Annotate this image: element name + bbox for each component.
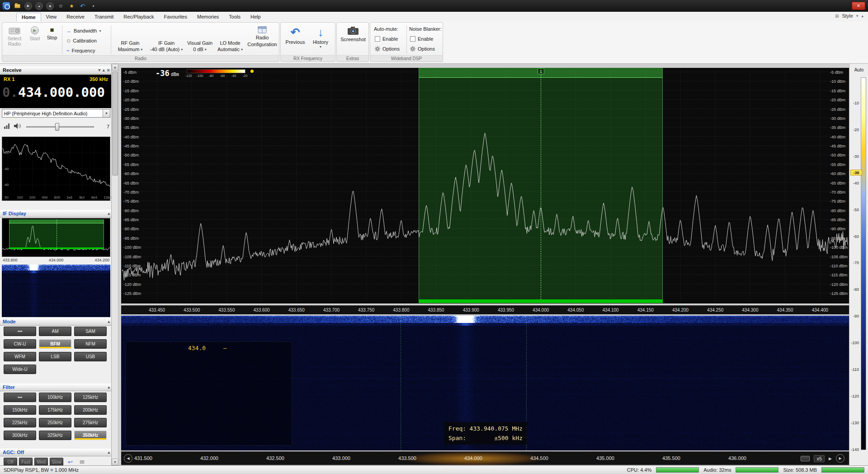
tab-view[interactable]: View — [41, 13, 62, 21]
tab-receive[interactable]: Receive — [61, 13, 90, 21]
if-spectrum-display[interactable] — [2, 218, 110, 257]
scroll-right-button[interactable]: ▶ — [836, 454, 844, 463]
filter-button-250khz[interactable]: 250kHz — [39, 418, 71, 427]
undo-icon[interactable]: ↶ — [79, 2, 86, 10]
lo-mode-button[interactable]: LO Mode Automatic▾ — [216, 25, 245, 54]
collapse-icon[interactable]: ▴ — [108, 449, 110, 456]
filter-button-175khz[interactable]: 175kHz — [39, 405, 71, 415]
spectrum-panel[interactable]: 1 -36dBm -120-100-80-60-40-20 -5 dBm-5 d… — [121, 68, 849, 303]
tab-memories[interactable]: Memories — [192, 13, 224, 21]
mode-button-wfm[interactable]: WFM — [4, 352, 36, 361]
screenshot-button[interactable]: Screenshot — [339, 24, 368, 56]
rf-gain-button[interactable]: RF Gain Maximum▾ — [113, 25, 147, 54]
mode-button-nfm[interactable]: NFM — [74, 339, 107, 349]
visual-gain-button[interactable]: Visual Gain 0 dB▾ — [185, 25, 215, 54]
radio-configuration-button[interactable]: Radio Configuration — [245, 24, 279, 56]
stop-icon[interactable]: ■ — [46, 2, 54, 10]
agc-button-fast[interactable]: Fast — [19, 458, 33, 465]
levels-icon[interactable] — [4, 123, 10, 131]
checkbox-icon[interactable] — [410, 36, 415, 42]
waterfall[interactable]: 434.0 – Freq:433.940.075 MHz Span:±500 k… — [121, 316, 849, 450]
collapse-icon[interactable]: ▴ — [108, 210, 110, 217]
automute-enable-checkbox[interactable]: Enable — [373, 34, 400, 43]
record-icon[interactable]: ● — [35, 2, 43, 10]
folder-icon[interactable] — [14, 2, 21, 10]
undo-icon[interactable]: ↩ — [68, 459, 73, 465]
filter-button-325khz[interactable]: 325kHz — [39, 431, 71, 440]
style-icon[interactable]: ▤ — [835, 14, 839, 18]
history-button[interactable]: ↓ History ▾ — [309, 24, 332, 56]
zoom-button[interactable]: x5 — [814, 455, 825, 462]
agc-section-header[interactable]: AGC: Off ▴ — [0, 449, 112, 456]
collapse-ribbon-icon[interactable]: ▴ — [861, 14, 863, 18]
mode-button-sam[interactable]: SAM — [74, 327, 107, 336]
audio-device-select[interactable]: HP (Périphérique High Definition Audio) … — [2, 109, 110, 118]
filter-section-header[interactable]: Filter ▴ — [0, 384, 112, 391]
filter-button-200khz[interactable]: 200kHz — [74, 405, 107, 415]
agc-button-slow[interactable]: Slow — [50, 458, 63, 465]
volume-slider-thumb[interactable] — [55, 123, 59, 131]
volume-slider[interactable] — [26, 123, 94, 131]
select-radio-button[interactable]: Select Radio — [4, 24, 25, 56]
scroll-down-button[interactable]: ▼ — [112, 459, 118, 465]
mode-button-lsb[interactable]: LSB — [39, 352, 71, 361]
noise-blanker-enable-checkbox[interactable]: Enable — [408, 34, 435, 43]
style-button[interactable]: Style — [842, 13, 853, 19]
filter-button-[interactable]: ••• — [4, 393, 36, 402]
star-icon[interactable]: ★ — [68, 2, 75, 10]
filter-button-300khz[interactable]: 300kHz — [4, 431, 36, 440]
if-waterfall[interactable] — [2, 265, 110, 317]
checkbox-icon[interactable] — [375, 36, 380, 42]
star-outline-icon[interactable]: ☆ — [57, 2, 65, 10]
panel-scrollbar[interactable]: ▲ ▼ — [112, 64, 118, 465]
play-icon[interactable]: ▶ — [24, 2, 32, 10]
previous-frequency-button[interactable]: ↶ Previous — [283, 24, 307, 56]
mode-button-[interactable]: ••• — [4, 327, 36, 336]
filter-button-350khz[interactable]: 350kHz — [74, 431, 107, 440]
level-marker[interactable]: -36 — [850, 170, 862, 175]
if-display-header[interactable]: IF Display ▴ — [0, 210, 112, 218]
stop-button[interactable]: ■ Stop — [44, 24, 60, 56]
mode-button-wideu[interactable]: Wide-U — [4, 365, 36, 374]
start-button[interactable]: ▶ Start — [27, 24, 43, 56]
close-icon[interactable]: × — [107, 67, 110, 74]
mode-button-usb[interactable]: USB — [74, 352, 107, 361]
chevron-down-icon[interactable]: ▾ — [90, 2, 97, 10]
receive-panel-header[interactable]: Receive ▾ ▴ × — [0, 66, 112, 74]
filter-button-125khz[interactable]: 125kHz — [74, 393, 107, 402]
play-icon[interactable]: ▶ — [829, 456, 832, 461]
frequency-digits[interactable]: 0.434.000.000 — [2, 85, 105, 100]
speaker-icon[interactable] — [14, 123, 22, 131]
app-logo-icon[interactable] — [2, 2, 10, 10]
chevron-down-icon[interactable]: ▾ — [856, 14, 859, 18]
mode-button-cwu[interactable]: CW-U — [4, 339, 36, 349]
collapse-icon[interactable]: ▴ — [108, 318, 110, 325]
collapse-icon[interactable]: ▴ — [108, 384, 110, 391]
tab-rec-playback[interactable]: Rec/Playback — [118, 13, 159, 21]
filter-button-100khz[interactable]: 100kHz — [39, 393, 71, 402]
chevron-down-icon[interactable]: ▾ — [103, 109, 110, 117]
filter-button-150khz[interactable]: 150kHz — [4, 405, 36, 415]
filter-button-225khz[interactable]: 225kHz — [4, 418, 36, 427]
collapse-icon[interactable]: ▴ — [103, 67, 105, 74]
noise-blanker-options-button[interactable]: Options — [408, 44, 437, 53]
auto-range-button[interactable]: Auto — [849, 67, 868, 72]
frequency-button[interactable]: ~ Frequency — [65, 46, 97, 55]
mail-icon[interactable]: ✉ — [80, 459, 85, 465]
chevron-down-icon[interactable]: ▾ — [99, 67, 101, 74]
tab-tools[interactable]: Tools — [224, 13, 245, 21]
if-gain-button[interactable]: IF Gain -40 dB (Auto)▾ — [149, 25, 184, 54]
scrollbar-thumb[interactable] — [112, 71, 118, 175]
scroll-up-button[interactable]: ▲ — [112, 64, 118, 71]
tab-home[interactable]: Home — [16, 13, 41, 21]
keyboard-icon[interactable] — [801, 456, 810, 461]
tab-favourites[interactable]: Favourites — [159, 13, 192, 21]
calibration-button[interactable]: ⊙ Calibration — [65, 36, 99, 45]
close-button[interactable]: × — [852, 2, 865, 10]
frequency-axis[interactable]: 433.450433.500433.550433.600433.650433.7… — [121, 305, 849, 314]
color-gradient-bar[interactable] — [861, 77, 866, 450]
automute-options-button[interactable]: Options — [373, 44, 401, 53]
agc-button-off[interactable]: Off — [4, 458, 17, 465]
mode-button-am[interactable]: AM — [39, 327, 71, 336]
audio-spectrum-graph[interactable]: 501002004008001k63k26k412k8-20-40-60 — [2, 137, 110, 201]
